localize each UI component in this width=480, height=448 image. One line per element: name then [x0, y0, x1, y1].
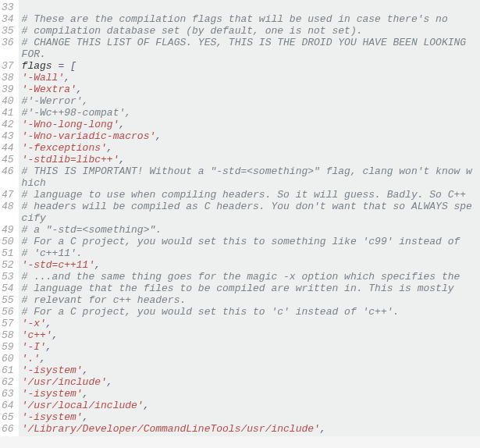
code-token: # 'c++11'. [22, 247, 83, 259]
code-line: # THIS IS IMPORTANT! Without a "-std=<so… [22, 165, 477, 189]
code-token: '-Wextra' [22, 84, 76, 95]
code-line: # For a C project, you would set this to… [22, 236, 477, 247]
code-token: , [83, 411, 89, 423]
line-number: 51 [2, 247, 14, 259]
line-number: 57 [2, 318, 14, 329]
code-token: , [46, 318, 52, 329]
code-line: 'c++', [22, 329, 477, 341]
line-number: 66 [2, 423, 14, 435]
code-token: '-x' [22, 318, 46, 329]
code-token: '-fexceptions' [22, 142, 107, 154]
code-token: '/usr/local/include' [22, 400, 144, 411]
code-token: '-stdlib=libc++' [22, 154, 119, 165]
code-token: , [46, 341, 52, 353]
code-token: '-Wall' [22, 72, 65, 84]
code-token: '-Wno-variadic-macros' [22, 130, 156, 142]
line-number: 47 [2, 189, 14, 201]
line-number: 38 [2, 72, 14, 84]
line-number: 54 [2, 283, 14, 294]
code-token: # CHANGE THIS LIST OF FLAGS. YES, THIS I… [22, 37, 472, 60]
code-token: , [107, 142, 113, 154]
code-line: '-stdlib=libc++', [22, 154, 477, 165]
line-number: 39 [2, 84, 14, 95]
code-token: '/usr/include' [22, 376, 107, 388]
line-number: 50 [2, 236, 14, 247]
code-line: # These are the compilation flags that w… [22, 13, 477, 25]
line-number: 45 [2, 154, 14, 165]
code-line: '/usr/include', [22, 376, 477, 388]
code-token: '-isystem' [22, 388, 83, 400]
code-token: # headers will be compiled as C headers.… [22, 201, 472, 224]
code-token: flags [22, 60, 59, 72]
code-content[interactable]: # These are the compilation flags that w… [19, 0, 480, 436]
line-number: 44 [2, 142, 14, 154]
line-number: 34 [2, 13, 14, 25]
line-number: 35 [2, 25, 14, 37]
code-line: '/usr/local/include', [22, 400, 477, 411]
line-number: 37 [2, 60, 14, 72]
code-line: # headers will be compiled as C headers.… [22, 201, 477, 224]
code-token: '-isystem' [22, 364, 83, 376]
code-token: , [94, 259, 101, 271]
code-token: , [83, 364, 89, 376]
code-line: '-std=c++11', [22, 259, 477, 271]
code-token: #'-Wc++98-compat', [22, 107, 131, 119]
code-token: # For a C project, you would set this to… [22, 236, 460, 247]
code-line: '-Wno-variadic-macros', [22, 130, 477, 142]
line-number: 59 [2, 341, 14, 353]
code-token: # language to use when compiling headers… [22, 189, 467, 201]
code-token: , [155, 130, 162, 142]
code-token: # relevant for c++ headers. [22, 294, 187, 306]
code-token: # a "-std=<something>". [22, 224, 162, 236]
code-line: # language that the files to be compiled… [22, 283, 477, 294]
code-token: # THIS IS IMPORTANT! Without a "-std=<so… [22, 165, 472, 189]
line-number: 40 [2, 95, 14, 107]
code-line: # relevant for c++ headers. [22, 294, 477, 306]
code-token: , [119, 119, 125, 130]
code-token: , [320, 423, 326, 435]
line-number: 33 [2, 2, 14, 13]
code-token: , [64, 72, 70, 84]
code-line: # language to use when compiling headers… [22, 189, 477, 201]
code-token: , [40, 353, 46, 364]
code-token: , [76, 84, 83, 95]
line-number: 58 [2, 329, 14, 341]
line-number: 65 [2, 411, 14, 423]
code-line: # compilation database set (by default, … [22, 25, 477, 37]
code-token: '-Wno-long-long' [22, 119, 119, 130]
code-token: # language that the files to be compiled… [22, 283, 454, 294]
code-line: #'-Wc++98-compat', [22, 107, 477, 119]
code-line: '-isystem', [22, 388, 477, 400]
code-line: # CHANGE THIS LIST OF FLAGS. YES, THIS I… [22, 37, 477, 60]
code-token: , [119, 154, 125, 165]
line-number: 53 [2, 271, 14, 283]
line-number: 41 [2, 107, 14, 119]
code-line [22, 2, 477, 13]
line-number: 36 [2, 37, 14, 60]
code-token: # compilation database set (by default, … [22, 25, 363, 37]
code-line: '-Wno-long-long', [22, 119, 477, 130]
code-token: , [83, 388, 89, 400]
line-number: 62 [2, 376, 14, 388]
line-number: 64 [2, 400, 14, 411]
line-number: 63 [2, 388, 14, 400]
line-number: 46 [2, 165, 14, 189]
code-token: '/Library/Developer/CommandLineTools/usr… [22, 423, 320, 435]
code-line: #'-Werror', [22, 95, 477, 107]
line-number: 43 [2, 130, 14, 142]
line-number: 52 [2, 259, 14, 271]
code-viewer: 3334353637383940414243444546474849505152… [0, 0, 480, 436]
line-number: 42 [2, 119, 14, 130]
code-line: '-isystem', [22, 364, 477, 376]
code-line: # For a C project, you would set this to… [22, 306, 477, 318]
code-token: , [107, 376, 113, 388]
code-token: '-isystem' [22, 411, 83, 423]
code-token: , [144, 400, 150, 411]
code-line: '-isystem', [22, 411, 477, 423]
code-token: # For a C project, you would set this to… [22, 306, 400, 318]
code-token: [ [70, 60, 76, 72]
code-token: '-I' [22, 341, 46, 353]
code-token: 'c++' [22, 329, 52, 341]
code-token: # These are the compilation flags that w… [22, 13, 448, 25]
code-line: '-x', [22, 318, 477, 329]
